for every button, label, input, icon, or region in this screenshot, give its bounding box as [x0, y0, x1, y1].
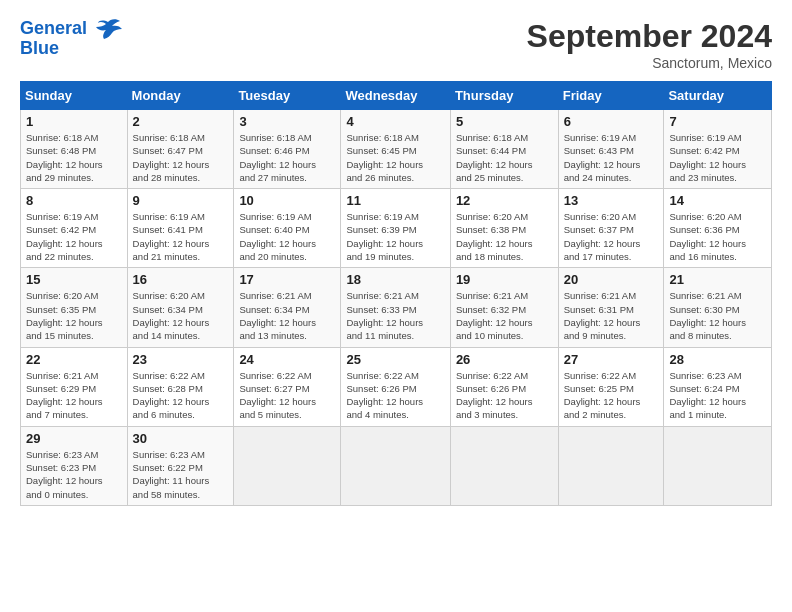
weekday-header-row: SundayMondayTuesdayWednesdayThursdayFrid…: [21, 82, 772, 110]
calendar-cell: 24Sunrise: 6:22 AM Sunset: 6:27 PM Dayli…: [234, 347, 341, 426]
title-block: September 2024 Sanctorum, Mexico: [527, 18, 772, 71]
month-title: September 2024: [527, 18, 772, 55]
day-info: Sunrise: 6:20 AM Sunset: 6:38 PM Dayligh…: [456, 210, 553, 263]
day-info: Sunrise: 6:20 AM Sunset: 6:37 PM Dayligh…: [564, 210, 659, 263]
day-info: Sunrise: 6:19 AM Sunset: 6:39 PM Dayligh…: [346, 210, 444, 263]
calendar-cell: 2Sunrise: 6:18 AM Sunset: 6:47 PM Daylig…: [127, 110, 234, 189]
day-number: 12: [456, 193, 553, 208]
calendar-cell: 16Sunrise: 6:20 AM Sunset: 6:34 PM Dayli…: [127, 268, 234, 347]
calendar-cell: [664, 426, 772, 505]
calendar-cell: 4Sunrise: 6:18 AM Sunset: 6:45 PM Daylig…: [341, 110, 450, 189]
day-number: 25: [346, 352, 444, 367]
day-info: Sunrise: 6:21 AM Sunset: 6:34 PM Dayligh…: [239, 289, 335, 342]
day-info: Sunrise: 6:23 AM Sunset: 6:22 PM Dayligh…: [133, 448, 229, 501]
calendar-cell: 10Sunrise: 6:19 AM Sunset: 6:40 PM Dayli…: [234, 189, 341, 268]
day-info: Sunrise: 6:21 AM Sunset: 6:29 PM Dayligh…: [26, 369, 122, 422]
day-info: Sunrise: 6:18 AM Sunset: 6:48 PM Dayligh…: [26, 131, 122, 184]
day-number: 18: [346, 272, 444, 287]
day-number: 13: [564, 193, 659, 208]
calendar-week-5: 29Sunrise: 6:23 AM Sunset: 6:23 PM Dayli…: [21, 426, 772, 505]
day-info: Sunrise: 6:19 AM Sunset: 6:42 PM Dayligh…: [669, 131, 766, 184]
day-number: 8: [26, 193, 122, 208]
day-info: Sunrise: 6:22 AM Sunset: 6:26 PM Dayligh…: [346, 369, 444, 422]
day-number: 21: [669, 272, 766, 287]
day-info: Sunrise: 6:18 AM Sunset: 6:44 PM Dayligh…: [456, 131, 553, 184]
day-info: Sunrise: 6:18 AM Sunset: 6:47 PM Dayligh…: [133, 131, 229, 184]
day-info: Sunrise: 6:18 AM Sunset: 6:46 PM Dayligh…: [239, 131, 335, 184]
day-number: 14: [669, 193, 766, 208]
day-info: Sunrise: 6:19 AM Sunset: 6:42 PM Dayligh…: [26, 210, 122, 263]
calendar-cell: 8Sunrise: 6:19 AM Sunset: 6:42 PM Daylig…: [21, 189, 128, 268]
day-number: 17: [239, 272, 335, 287]
day-info: Sunrise: 6:21 AM Sunset: 6:30 PM Dayligh…: [669, 289, 766, 342]
calendar-cell: [341, 426, 450, 505]
calendar-cell: [234, 426, 341, 505]
day-number: 2: [133, 114, 229, 129]
weekday-header-friday: Friday: [558, 82, 664, 110]
calendar-week-3: 15Sunrise: 6:20 AM Sunset: 6:35 PM Dayli…: [21, 268, 772, 347]
calendar-week-2: 8Sunrise: 6:19 AM Sunset: 6:42 PM Daylig…: [21, 189, 772, 268]
day-number: 5: [456, 114, 553, 129]
day-info: Sunrise: 6:20 AM Sunset: 6:35 PM Dayligh…: [26, 289, 122, 342]
day-number: 4: [346, 114, 444, 129]
header: General Blue September 2024 Sanctorum, M…: [20, 18, 772, 71]
day-info: Sunrise: 6:18 AM Sunset: 6:45 PM Dayligh…: [346, 131, 444, 184]
logo-general: General: [20, 18, 87, 38]
calendar-cell: 15Sunrise: 6:20 AM Sunset: 6:35 PM Dayli…: [21, 268, 128, 347]
calendar-cell: 13Sunrise: 6:20 AM Sunset: 6:37 PM Dayli…: [558, 189, 664, 268]
calendar-cell: 12Sunrise: 6:20 AM Sunset: 6:38 PM Dayli…: [450, 189, 558, 268]
day-info: Sunrise: 6:21 AM Sunset: 6:33 PM Dayligh…: [346, 289, 444, 342]
calendar-cell: 23Sunrise: 6:22 AM Sunset: 6:28 PM Dayli…: [127, 347, 234, 426]
weekday-header-tuesday: Tuesday: [234, 82, 341, 110]
day-number: 23: [133, 352, 229, 367]
day-info: Sunrise: 6:23 AM Sunset: 6:24 PM Dayligh…: [669, 369, 766, 422]
logo-bird-icon: [94, 18, 122, 40]
day-number: 20: [564, 272, 659, 287]
calendar-cell: 19Sunrise: 6:21 AM Sunset: 6:32 PM Dayli…: [450, 268, 558, 347]
day-info: Sunrise: 6:20 AM Sunset: 6:36 PM Dayligh…: [669, 210, 766, 263]
day-number: 16: [133, 272, 229, 287]
day-info: Sunrise: 6:22 AM Sunset: 6:27 PM Dayligh…: [239, 369, 335, 422]
day-number: 3: [239, 114, 335, 129]
day-info: Sunrise: 6:19 AM Sunset: 6:40 PM Dayligh…: [239, 210, 335, 263]
calendar-cell: 18Sunrise: 6:21 AM Sunset: 6:33 PM Dayli…: [341, 268, 450, 347]
calendar-cell: 1Sunrise: 6:18 AM Sunset: 6:48 PM Daylig…: [21, 110, 128, 189]
calendar-cell: 29Sunrise: 6:23 AM Sunset: 6:23 PM Dayli…: [21, 426, 128, 505]
calendar-cell: 22Sunrise: 6:21 AM Sunset: 6:29 PM Dayli…: [21, 347, 128, 426]
day-number: 10: [239, 193, 335, 208]
logo-text: General: [20, 18, 122, 40]
logo-blue: Blue: [20, 38, 122, 60]
calendar-cell: 25Sunrise: 6:22 AM Sunset: 6:26 PM Dayli…: [341, 347, 450, 426]
day-number: 26: [456, 352, 553, 367]
calendar-cell: 14Sunrise: 6:20 AM Sunset: 6:36 PM Dayli…: [664, 189, 772, 268]
day-info: Sunrise: 6:23 AM Sunset: 6:23 PM Dayligh…: [26, 448, 122, 501]
calendar-cell: 5Sunrise: 6:18 AM Sunset: 6:44 PM Daylig…: [450, 110, 558, 189]
weekday-header-wednesday: Wednesday: [341, 82, 450, 110]
day-info: Sunrise: 6:22 AM Sunset: 6:25 PM Dayligh…: [564, 369, 659, 422]
day-number: 11: [346, 193, 444, 208]
logo: General Blue: [20, 18, 122, 60]
calendar-cell: 26Sunrise: 6:22 AM Sunset: 6:26 PM Dayli…: [450, 347, 558, 426]
calendar-cell: 30Sunrise: 6:23 AM Sunset: 6:22 PM Dayli…: [127, 426, 234, 505]
day-info: Sunrise: 6:21 AM Sunset: 6:31 PM Dayligh…: [564, 289, 659, 342]
calendar-table: SundayMondayTuesdayWednesdayThursdayFrid…: [20, 81, 772, 506]
calendar-cell: 21Sunrise: 6:21 AM Sunset: 6:30 PM Dayli…: [664, 268, 772, 347]
calendar-cell: 27Sunrise: 6:22 AM Sunset: 6:25 PM Dayli…: [558, 347, 664, 426]
page: General Blue September 2024 Sanctorum, M…: [0, 0, 792, 516]
weekday-header-sunday: Sunday: [21, 82, 128, 110]
day-number: 22: [26, 352, 122, 367]
day-info: Sunrise: 6:22 AM Sunset: 6:26 PM Dayligh…: [456, 369, 553, 422]
day-number: 28: [669, 352, 766, 367]
day-info: Sunrise: 6:19 AM Sunset: 6:41 PM Dayligh…: [133, 210, 229, 263]
calendar-cell: 6Sunrise: 6:19 AM Sunset: 6:43 PM Daylig…: [558, 110, 664, 189]
weekday-header-monday: Monday: [127, 82, 234, 110]
day-number: 7: [669, 114, 766, 129]
day-number: 30: [133, 431, 229, 446]
calendar-cell: [450, 426, 558, 505]
day-info: Sunrise: 6:21 AM Sunset: 6:32 PM Dayligh…: [456, 289, 553, 342]
calendar-week-1: 1Sunrise: 6:18 AM Sunset: 6:48 PM Daylig…: [21, 110, 772, 189]
day-number: 19: [456, 272, 553, 287]
day-info: Sunrise: 6:20 AM Sunset: 6:34 PM Dayligh…: [133, 289, 229, 342]
weekday-header-thursday: Thursday: [450, 82, 558, 110]
calendar-cell: 11Sunrise: 6:19 AM Sunset: 6:39 PM Dayli…: [341, 189, 450, 268]
